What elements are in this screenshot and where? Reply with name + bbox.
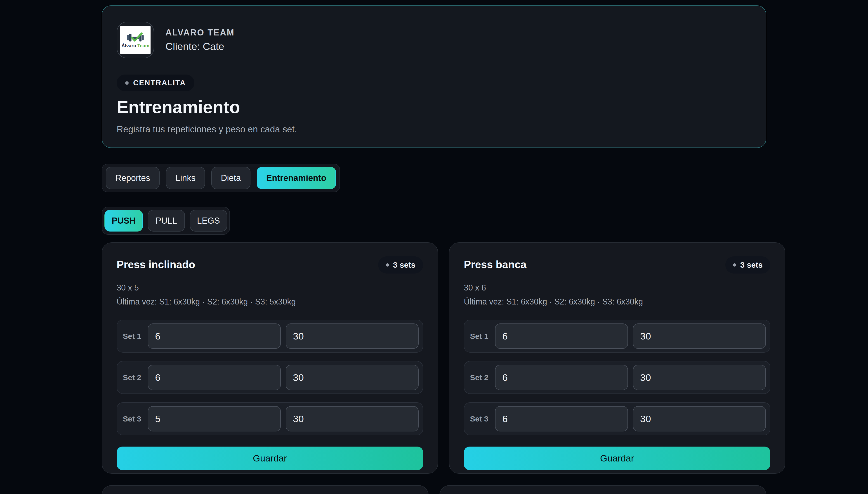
set-row: Set 2 xyxy=(464,361,770,394)
exercise-grid-next-row xyxy=(102,485,766,494)
weight-input[interactable] xyxy=(633,406,766,432)
tab-pull[interactable]: PULL xyxy=(148,210,185,231)
last-session-text: Última vez: S1: 6x30kg · S2: 6x30kg · S3… xyxy=(464,297,770,306)
reps-input[interactable] xyxy=(148,406,281,432)
card-header: Press banca 3 sets xyxy=(464,256,770,273)
status-dot-icon xyxy=(386,263,389,267)
centralita-badge-label: CENTRALITA xyxy=(133,79,186,87)
card-header: Press inclinado 3 sets xyxy=(117,256,423,273)
team-logo: ÁlvaroTeam xyxy=(120,26,150,54)
tab-push[interactable]: PUSH xyxy=(105,210,143,231)
set-row: Set 1 xyxy=(464,320,770,353)
exercise-card-press-inclinado: Press inclinado 3 sets 30 x 5 Última vez… xyxy=(102,242,438,474)
exercise-card-partial xyxy=(439,485,766,494)
set-row: Set 2 xyxy=(117,361,423,394)
dumbbell-check-icon xyxy=(126,32,145,43)
tab-links[interactable]: Links xyxy=(166,167,205,189)
reps-input[interactable] xyxy=(495,365,628,390)
exercise-name: Press inclinado xyxy=(117,256,195,271)
sets-count-label: 3 sets xyxy=(393,261,415,269)
status-dot-icon xyxy=(125,81,129,85)
sets-count-badge: 3 sets xyxy=(378,256,423,273)
prescription-text: 30 x 5 xyxy=(117,283,423,292)
exercise-name: Press banca xyxy=(464,256,527,271)
set-label: Set 1 xyxy=(121,332,143,341)
set-label: Set 2 xyxy=(468,373,490,382)
tab-dieta[interactable]: Dieta xyxy=(211,167,251,189)
reps-input[interactable] xyxy=(148,365,281,390)
reps-input[interactable] xyxy=(495,406,628,432)
weight-input[interactable] xyxy=(633,323,766,349)
page-subtitle: Registra tus repeticiones y peso en cada… xyxy=(117,124,751,134)
tab-legs[interactable]: LEGS xyxy=(190,210,227,231)
content-column: ÁlvaroTeam ALVARO TEAM Cliente: Cate CEN… xyxy=(102,0,766,494)
exercise-card-press-banca: Press banca 3 sets 30 x 6 Última vez: S1… xyxy=(449,242,785,474)
hero-header: ÁlvaroTeam ALVARO TEAM Cliente: Cate xyxy=(117,22,751,58)
last-session-text: Última vez: S1: 6x30kg · S2: 6x30kg · S3… xyxy=(117,297,423,306)
client-info: ALVARO TEAM Cliente: Cate xyxy=(165,28,235,52)
set-label: Set 1 xyxy=(468,332,490,341)
page-title: Entrenamiento xyxy=(117,98,751,117)
weight-input[interactable] xyxy=(286,365,419,390)
set-row: Set 3 xyxy=(117,402,423,435)
set-label: Set 2 xyxy=(121,373,143,382)
sets-count-label: 3 sets xyxy=(740,261,763,269)
weight-input[interactable] xyxy=(286,406,419,432)
centralita-badge: CENTRALITA xyxy=(117,75,195,91)
exercise-card-partial xyxy=(102,485,429,494)
team-logo-text: ÁlvaroTeam xyxy=(122,43,149,48)
tab-entrenamiento[interactable]: Entrenamiento xyxy=(257,167,336,189)
main-tabs: Reportes Links Dieta Entrenamiento xyxy=(102,164,340,192)
hero-card: ÁlvaroTeam ALVARO TEAM Cliente: Cate CEN… xyxy=(102,5,766,148)
save-button[interactable]: Guardar xyxy=(117,446,423,470)
sets-count-badge: 3 sets xyxy=(725,256,770,273)
workout-tabs: PUSH PULL LEGS xyxy=(102,207,230,235)
status-dot-icon xyxy=(733,263,736,267)
weight-input[interactable] xyxy=(633,365,766,390)
workout-tabs-wrap: PUSH PULL LEGS xyxy=(102,207,766,235)
logo-name-primary: Álvaro xyxy=(122,43,136,48)
page: ÁlvaroTeam ALVARO TEAM Cliente: Cate CEN… xyxy=(0,0,868,494)
team-avatar: ÁlvaroTeam xyxy=(117,22,154,58)
client-name: Cliente: Cate xyxy=(165,41,235,52)
set-row: Set 1 xyxy=(117,320,423,353)
weight-input[interactable] xyxy=(286,323,419,349)
reps-input[interactable] xyxy=(495,323,628,349)
set-label: Set 3 xyxy=(121,415,143,423)
exercise-grid: Press inclinado 3 sets 30 x 5 Última vez… xyxy=(102,242,766,474)
team-name: ALVARO TEAM xyxy=(165,28,235,38)
prescription-text: 30 x 6 xyxy=(464,283,770,292)
tab-reportes[interactable]: Reportes xyxy=(106,167,160,189)
logo-name-accent: Team xyxy=(137,43,149,48)
reps-input[interactable] xyxy=(148,323,281,349)
save-button[interactable]: Guardar xyxy=(464,446,770,470)
set-row: Set 3 xyxy=(464,402,770,435)
set-label: Set 3 xyxy=(468,415,490,423)
